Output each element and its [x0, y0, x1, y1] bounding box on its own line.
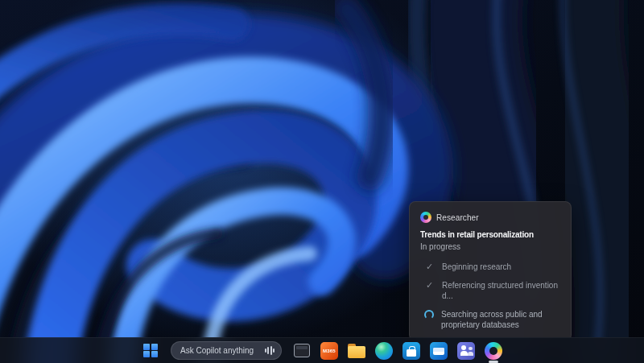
store-bag-icon — [402, 342, 420, 360]
research-status: In progress — [420, 242, 560, 251]
research-title: Trends in retail personalization — [420, 230, 560, 239]
research-steps: ✓ Beginning research ✓ Referencing struc… — [420, 262, 560, 330]
windows-logo-icon — [143, 344, 158, 358]
window-app-icon — [294, 344, 310, 357]
researcher-flyout[interactable]: Researcher Trends in retail personalizat… — [409, 201, 572, 341]
voice-icon[interactable] — [265, 346, 275, 356]
research-step-2: ✓ Referencing structured invention d... — [424, 280, 560, 301]
search-placeholder: Ask Copilot anything — [180, 346, 254, 355]
search-box[interactable]: Ask Copilot anything — [171, 341, 282, 360]
step-label: Searching across public and proprietary … — [441, 309, 560, 330]
researcher-app-icon — [420, 212, 431, 223]
taskbar-app-m365[interactable]: M365 — [317, 339, 341, 363]
desktop: Researcher Trends in retail personalizat… — [0, 0, 644, 363]
outlook-icon — [430, 342, 448, 360]
check-icon: ✓ — [424, 280, 435, 291]
researcher-app-name: Researcher — [436, 213, 479, 222]
copilot-icon — [485, 342, 502, 360]
start-button[interactable] — [138, 339, 163, 363]
taskbar-app-window[interactable] — [290, 339, 314, 363]
step-label: Referencing structured invention d... — [442, 280, 560, 301]
taskbar-app-copilot[interactable] — [481, 339, 506, 363]
taskbar-app-outlook[interactable] — [427, 339, 451, 363]
edge-icon — [375, 342, 393, 360]
researcher-header: Researcher — [420, 212, 560, 223]
teams-people-icon — [457, 342, 475, 360]
taskbar-app-edge[interactable] — [372, 339, 396, 363]
research-step-3: Searching across public and proprietary … — [424, 309, 560, 330]
taskbar-app-teams[interactable] — [454, 339, 478, 363]
folder-icon — [348, 344, 365, 358]
taskbar-app-file-explorer[interactable] — [345, 339, 369, 363]
spinner-icon — [424, 310, 434, 320]
research-step-1: ✓ Beginning research — [424, 262, 560, 272]
check-icon: ✓ — [424, 262, 435, 272]
taskbar: Ask Copilot anything M365 — [0, 337, 644, 363]
taskbar-app-store[interactable] — [399, 339, 423, 363]
step-label: Beginning research — [442, 262, 511, 272]
m365-icon: M365 — [320, 342, 338, 360]
